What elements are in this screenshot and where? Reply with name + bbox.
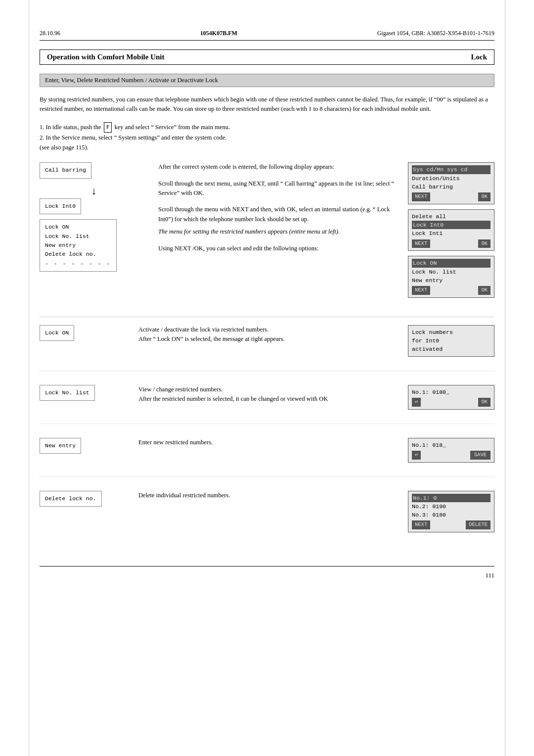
screen1-btns: NEXT OK: [412, 192, 490, 201]
func-delete-lock-desc1: Delete individual restricted numbers.: [138, 491, 403, 500]
screen2-ok: OK: [478, 239, 490, 248]
func-lock-on-desc2: After “ Lock ON” is selected, the messag…: [138, 334, 403, 344]
header-filename: 1054K07B.FM: [200, 30, 237, 37]
func-lock-list-label: Lock No. list: [40, 385, 129, 406]
flow-desc2: Scroll through the next menu, using NEXT…: [158, 179, 403, 198]
screen3-next: NEXT: [412, 286, 430, 295]
func-lock-list-box: Lock No. list: [40, 385, 95, 401]
func-lock-on-desc: Activate / deactivate the lock via restr…: [138, 325, 403, 344]
menu-line-1: Lock ON: [45, 223, 111, 232]
lock-on-display: Lock numbers for Int0 activated: [408, 325, 494, 357]
screen2: Delete all Lock Int0 Lock Int1 NEXT OK: [408, 209, 494, 251]
lock-list-screen-line1: No.1: 0180_: [412, 388, 490, 396]
delete-lock-screen-line2: No.2: 0190: [412, 502, 490, 511]
page-number: 111: [40, 566, 494, 579]
menu-line-3: New entry: [45, 241, 111, 250]
function-lock-list: Lock No. list View / change restricted n…: [40, 385, 494, 424]
new-entry-screen-line1: No.1: 018_: [412, 441, 490, 449]
flow-desc1: After the correct system code is entered…: [158, 162, 403, 172]
right-flow: Sys cd/Mn sys cd Duration/Units Call bar…: [408, 162, 494, 303]
new-entry-save: SAVE: [470, 451, 490, 460]
delete-lock-screen-line1: No.1: 0: [412, 494, 490, 502]
delete-lock-delete: DELETE: [466, 520, 490, 529]
instruction-step1: 1. In idle status, push the F key and se…: [40, 122, 494, 133]
flow-desc3: Scroll through the menu with NEXT and th…: [158, 205, 403, 224]
screen3-line3: New entry: [412, 276, 490, 284]
screen2-line2: Lock Int0: [412, 221, 490, 229]
screen1-ok: OK: [478, 192, 490, 201]
func-new-entry-screen: No.1: 018_ ↩ SAVE: [408, 438, 494, 468]
func-lock-list-desc1: View / change restricted numbers.: [138, 385, 403, 394]
menu-box-call-barring: Call barring: [40, 162, 91, 178]
header-product: Gigaset 1054, GBR: A30852-X954-B101-1-76…: [377, 30, 494, 37]
function-new-entry: New entry Enter new restricted numbers. …: [40, 438, 494, 477]
delete-lock-btns: NEXT DELETE: [412, 520, 490, 529]
title-bar: Operation with Comfort Mobile Unit Lock: [40, 49, 494, 65]
screen1-line1: Sys cd/Mn sys cd: [412, 165, 490, 174]
new-entry-display: No.1: 018_ ↩ SAVE: [408, 438, 494, 463]
lock-on-screen-line2: for Int0: [412, 336, 490, 345]
screen2-line3: Lock Int1: [412, 229, 490, 237]
flow-desc4: Using NEXT /OK, you can select and edit …: [158, 244, 403, 253]
func-delete-lock-label: Delete lock no.: [40, 491, 129, 512]
screen3-line1: Lock ON: [412, 259, 490, 267]
menu-line-4: Delete lock no.: [45, 250, 111, 259]
lock-on-screen-line3: activated: [412, 345, 490, 353]
screen3: Lock ON Lock No. list New entry NEXT OK: [408, 256, 494, 298]
lock-on-screen-line1: Lock numbers: [412, 328, 490, 336]
f-key: F: [104, 122, 112, 133]
screen2-btns: NEXT OK: [412, 239, 490, 248]
func-new-entry-desc: Enter new restricted numbers.: [138, 438, 403, 447]
func-delete-lock-desc: Delete individual restricted numbers.: [138, 491, 403, 500]
screen3-ok: OK: [478, 286, 490, 295]
screen3-btns: NEXT OK: [412, 286, 490, 295]
screen1-line2: Duration/Units: [412, 174, 490, 183]
instruction-step3: (see also page 115).: [40, 142, 494, 152]
lock-list-btns: ↩ OK: [412, 398, 490, 407]
func-new-entry-box: New entry: [40, 438, 81, 454]
func-delete-lock-box: Delete lock no.: [40, 491, 102, 507]
menu-box-full-menu: Lock ON Lock No. list New entry Delete l…: [40, 219, 117, 272]
arrow-down-icon: ↓: [40, 186, 148, 196]
intro-paragraph: By storing restricted numbers, you can e…: [40, 95, 494, 114]
header: 28.10.96 1054K07B.FM Gigaset 1054, GBR: …: [40, 30, 494, 41]
menu-box-lock-int0: Lock Int0: [40, 198, 81, 214]
func-lock-on-label: Lock ON: [40, 325, 129, 346]
screen3-line2: Lock No. list: [412, 268, 490, 276]
lock-list-display: No.1: 0180_ ↩ OK: [408, 385, 494, 410]
flow-section: Call barring ↓ Lock Int0 Lock ON Lock No…: [40, 162, 494, 303]
func-lock-list-screen: No.1: 0180_ ↩ OK: [408, 385, 494, 415]
func-lock-list-desc: View / change restricted numbers. After …: [138, 385, 403, 404]
func-lock-on-box: Lock ON: [40, 325, 74, 341]
func-new-entry-desc1: Enter new restricted numbers.: [138, 438, 403, 447]
menu-dashes: - - - - - - - -: [45, 259, 111, 268]
instructions: 1. In idle status, push the F key and se…: [40, 122, 494, 153]
left-flow: Call barring ↓ Lock Int0 Lock ON Lock No…: [40, 162, 148, 303]
func-delete-lock-screen: No.1: 0 No.2: 0190 No.3: 0180 NEXT DELET…: [408, 491, 494, 538]
func-lock-list-desc2: After the restricted number is selected,…: [138, 394, 403, 404]
screen1-next: NEXT: [412, 192, 430, 201]
new-entry-back: ↩: [412, 451, 421, 460]
function-delete-lock: Delete lock no. Delete individual restri…: [40, 491, 494, 547]
function-lock-on: Lock ON Activate / deactivate the lock v…: [40, 325, 494, 371]
left-margin: [29, 0, 29, 756]
delete-lock-next: NEXT: [412, 520, 430, 529]
middle-flow: After the correct system code is entered…: [158, 162, 403, 303]
section-heading: Enter, View, Delete Restricted Numbers /…: [40, 74, 494, 87]
right-margin: [505, 0, 505, 756]
lock-list-ok: OK: [478, 398, 490, 407]
header-date: 28.10.96: [40, 30, 60, 37]
screen1: Sys cd/Mn sys cd Duration/Units Call bar…: [408, 162, 494, 204]
delete-lock-display: No.1: 0 No.2: 0190 No.3: 0180 NEXT DELET…: [408, 491, 494, 533]
lock-list-back: ↩: [412, 398, 421, 407]
title-operation: Operation with Comfort Mobile Unit: [47, 53, 164, 61]
instruction-step2: 2. In the Service menu, select “ System …: [40, 133, 494, 142]
menu-line-2: Lock No. list: [45, 232, 111, 241]
title-lock: Lock: [471, 53, 487, 61]
func-lock-on-desc1: Activate / deactivate the lock via restr…: [138, 325, 403, 334]
delete-lock-screen-line3: No.3: 0180: [412, 511, 490, 519]
screen2-next: NEXT: [412, 239, 430, 248]
func-new-entry-label: New entry: [40, 438, 129, 459]
flow-desc3-italic: The menu for setting the restricted numb…: [158, 227, 403, 236]
page: 28.10.96 1054K07B.FM Gigaset 1054, GBR: …: [0, 0, 534, 756]
